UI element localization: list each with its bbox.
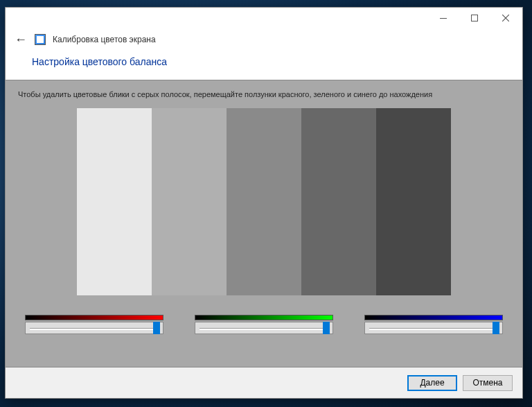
section-title: Настройка цветового баланса <box>6 51 522 80</box>
content-area: Чтобы удалить цветовые блики с серых пол… <box>6 80 522 367</box>
minimize-button[interactable] <box>427 8 459 28</box>
gray-bars <box>77 108 451 295</box>
gray-bar-4 <box>301 108 376 295</box>
gray-bar-2 <box>152 108 227 295</box>
titlebar <box>6 8 522 28</box>
svg-rect-0 <box>440 18 447 19</box>
monitor-icon <box>35 34 46 45</box>
green-slider[interactable] <box>195 322 333 334</box>
blue-slider-thumb[interactable] <box>493 322 499 334</box>
blue-slider[interactable] <box>364 322 503 334</box>
green-slider-thumb[interactable] <box>323 322 330 334</box>
red-slider-thumb[interactable] <box>153 322 160 334</box>
red-slider[interactable] <box>25 322 163 334</box>
gray-bar-3 <box>227 108 301 295</box>
back-arrow-icon[interactable]: ← <box>14 33 28 47</box>
calibration-window: ← Калибровка цветов экрана Настройка цве… <box>5 7 523 399</box>
next-button[interactable]: Далее <box>407 375 457 391</box>
gray-bar-5 <box>376 108 451 295</box>
red-slider-group <box>25 315 163 334</box>
gray-bar-1 <box>77 108 152 295</box>
blue-gradient-strip <box>364 315 503 320</box>
maximize-button[interactable] <box>459 8 490 28</box>
app-title: Калибровка цветов экрана <box>53 35 156 44</box>
green-slider-group <box>195 315 333 334</box>
sliders-row <box>18 315 510 334</box>
close-button[interactable] <box>490 8 521 28</box>
header: ← Калибровка цветов экрана <box>6 28 522 51</box>
instruction-text: Чтобы удалить цветовые блики с серых пол… <box>18 90 510 98</box>
footer: Далее Отмена <box>6 367 522 398</box>
green-gradient-strip <box>195 315 333 320</box>
blue-slider-group <box>364 315 503 334</box>
cancel-button[interactable]: Отмена <box>463 375 513 391</box>
red-gradient-strip <box>25 315 163 320</box>
svg-rect-1 <box>471 15 477 21</box>
